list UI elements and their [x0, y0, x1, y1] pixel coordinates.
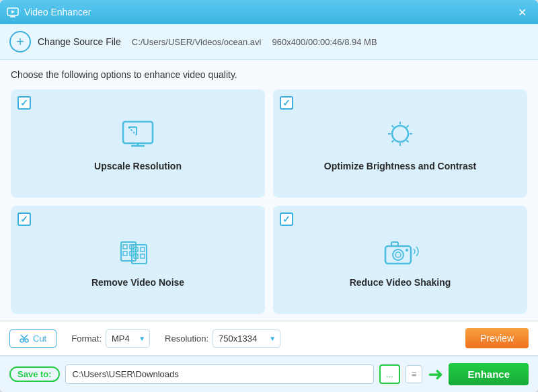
- svg-line-18: [392, 140, 394, 142]
- toolbar-bar: Cut Format: MP4 AVI MOV MKV Resolution: …: [0, 321, 538, 356]
- svg-rect-22: [123, 251, 127, 256]
- svg-rect-26: [141, 247, 145, 251]
- file-path: C:/Users/USER/Videos/ocean.avi: [132, 37, 262, 47]
- format-select[interactable]: MP4 AVI MOV MKV: [106, 329, 150, 348]
- svg-point-31: [395, 252, 401, 258]
- svg-rect-28: [141, 254, 145, 258]
- browse-button[interactable]: ...: [379, 364, 400, 384]
- list-button[interactable]: ≡: [406, 365, 423, 383]
- save-path-input[interactable]: [65, 364, 374, 384]
- format-select-wrapper: MP4 AVI MOV MKV: [106, 329, 150, 348]
- svg-line-7: [128, 127, 137, 135]
- svg-marker-3: [11, 10, 15, 13]
- svg-rect-4: [123, 122, 153, 143]
- svg-line-17: [407, 125, 409, 127]
- camera-icon: [380, 235, 420, 269]
- svg-point-35: [25, 339, 28, 342]
- save-to-label: Save to:: [9, 366, 60, 382]
- option-card-shaking[interactable]: ✓ Reduce Video Shaking: [273, 206, 527, 314]
- checkbox-upscale[interactable]: ✓: [17, 96, 31, 110]
- format-label: Format:: [71, 334, 102, 344]
- noise-label: Remove Video Noise: [91, 277, 184, 288]
- monitor-icon: [118, 119, 158, 153]
- title-bar: Video Enhancer ✕: [0, 0, 538, 24]
- option-card-brightness[interactable]: ✓ Optimize Br: [273, 89, 527, 198]
- brightness-icon: [380, 119, 420, 153]
- svg-rect-32: [391, 242, 398, 246]
- svg-rect-29: [385, 246, 411, 264]
- svg-point-30: [393, 249, 404, 260]
- source-bar: + Change Source File C:/Users/USER/Video…: [0, 24, 538, 60]
- option-card-upscale[interactable]: ✓ Upscale Resolution: [11, 89, 265, 198]
- options-grid: ✓ Upscale Resolution ✓: [11, 89, 527, 314]
- resolution-select[interactable]: 750x1334 960x400 1280x720 1920x1080: [213, 329, 280, 348]
- svg-line-15: [392, 125, 394, 127]
- scissors-icon: [20, 334, 29, 343]
- resolution-group: Resolution: 750x1334 960x400 1280x720 19…: [165, 329, 280, 348]
- cut-button[interactable]: Cut: [9, 329, 56, 348]
- enhance-button[interactable]: Enhance: [449, 363, 529, 385]
- svg-point-33: [406, 249, 408, 251]
- app-window: Video Enhancer ✕ + Change Source File C:…: [0, 0, 538, 392]
- main-content: Choose the following options to enhance …: [0, 60, 538, 321]
- app-icon: [7, 6, 19, 18]
- add-source-button[interactable]: +: [9, 31, 31, 52]
- checkbox-noise[interactable]: ✓: [17, 212, 31, 226]
- checkbox-brightness[interactable]: ✓: [280, 96, 293, 110]
- close-button[interactable]: ✕: [512, 3, 531, 22]
- change-source-label[interactable]: Change Source File: [38, 36, 121, 47]
- arrow-icon: ➜: [428, 363, 443, 385]
- svg-rect-20: [123, 245, 127, 249]
- resolution-select-wrapper: 750x1334 960x400 1280x720 1920x1080: [213, 329, 280, 348]
- shaking-label: Reduce Video Shaking: [350, 277, 451, 288]
- preview-button[interactable]: Preview: [465, 328, 529, 348]
- svg-line-16: [407, 140, 409, 142]
- window-title: Video Enhancer: [24, 7, 512, 17]
- file-info: 960x400/00:00:46/8.94 MB: [272, 37, 377, 47]
- checkbox-shaking[interactable]: ✓: [280, 212, 293, 226]
- film-icon: [114, 235, 161, 269]
- format-group: Format: MP4 AVI MOV MKV: [71, 329, 150, 348]
- brightness-label: Optimize Brightness and Contrast: [324, 161, 476, 171]
- instruction-text: Choose the following options to enhance …: [11, 69, 527, 80]
- svg-point-34: [20, 339, 24, 342]
- option-card-noise[interactable]: ✓: [11, 206, 265, 314]
- upscale-label: Upscale Resolution: [94, 161, 182, 171]
- resolution-label: Resolution:: [165, 334, 208, 344]
- save-bar: Save to: ... ≡ ➜ Enhance: [0, 356, 538, 392]
